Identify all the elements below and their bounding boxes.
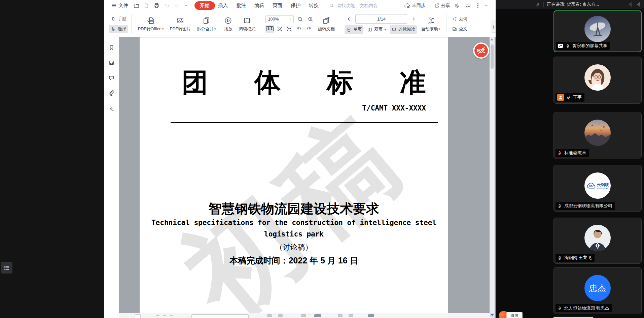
- previous-page-button[interactable]: [345, 15, 353, 23]
- redo-button[interactable]: [174, 0, 180, 11]
- open-file-button[interactable]: [133, 0, 140, 11]
- participant-tile[interactable]: 标准委陈卓: [553, 112, 642, 159]
- zoom-in-button[interactable]: [306, 15, 315, 23]
- logo-subtext: YUNGANGLIAN: [597, 188, 608, 189]
- participant-name-bar: 淘钢网 王龙飞: [556, 254, 595, 262]
- participant-tile-screen-share[interactable]: 贺宗春的屏幕共享: [553, 10, 642, 52]
- save-button[interactable]: [143, 0, 149, 11]
- participant-name: 贺宗春的屏幕共享: [572, 43, 607, 49]
- comment-bubble-icon: [465, 3, 471, 9]
- heading-char: 标: [327, 65, 353, 100]
- header-rule: [171, 122, 438, 123]
- toolbar-fragment: [156, 315, 159, 316]
- participant-name: 北方恒达物流园 韩忠杰: [564, 305, 609, 311]
- auto-scroll-label: 自动滚动: [421, 26, 438, 32]
- participant-tile[interactable]: 王宇: [553, 57, 642, 104]
- toolbar-fragment: [338, 314, 343, 317]
- signature-pen-icon[interactable]: [108, 105, 115, 112]
- snapshot-image-icon[interactable]: [108, 60, 115, 66]
- comment-panel-icon[interactable]: [108, 75, 115, 81]
- participant-name-bar: 成都云钢联物流有限公司: [556, 202, 615, 210]
- toolbar-fragment: [278, 314, 283, 317]
- tab-page[interactable]: 页面: [273, 0, 282, 11]
- collapse-toolbar-button[interactable]: [484, 0, 489, 11]
- word-translate-button[interactable]: a 划词: [450, 15, 480, 23]
- continuous-read-button[interactable]: 连续阅读: [390, 25, 417, 34]
- page-indicator-input[interactable]: [355, 14, 407, 24]
- single-page-button[interactable]: 单页: [345, 25, 363, 34]
- dropdown-caret: ▾: [438, 27, 440, 31]
- draft-note: （讨论稿）: [140, 242, 448, 252]
- more-menu-button[interactable]: ⋮: [475, 0, 480, 11]
- tab-insert[interactable]: 插入: [218, 0, 228, 11]
- rotate-document-button[interactable]: 旋转文档: [315, 16, 337, 32]
- scroll-down-arrow[interactable]: [490, 313, 494, 317]
- tab-edit[interactable]: 编辑: [254, 0, 264, 11]
- toolbar-fragment: [314, 314, 321, 317]
- participant-tile[interactable]: 淘钢网 王龙飞: [553, 218, 642, 264]
- translate-toggle-badge[interactable]: E文: [473, 42, 489, 59]
- select-tool-button[interactable]: 选择: [109, 25, 128, 33]
- pdf-to-office-button[interactable]: W PDF转Office▾: [135, 16, 167, 32]
- split-merge-button[interactable]: 拆分合并▾: [194, 16, 219, 32]
- toolbar-expander-button[interactable]: ❯: [491, 21, 496, 33]
- rotate-right-button[interactable]: [305, 25, 313, 33]
- tab-protect[interactable]: 保护: [291, 0, 300, 11]
- mic-on-icon: [557, 306, 562, 311]
- scroll-up-arrow[interactable]: [491, 38, 493, 40]
- share-button[interactable]: 分享: [434, 0, 450, 11]
- zoom-level-select[interactable]: 100% ⌄: [265, 15, 294, 23]
- list-icon: [3, 264, 10, 271]
- full-translate-button[interactable]: a 全文: [450, 25, 480, 33]
- tab-annotate[interactable]: 批注: [236, 0, 246, 11]
- toolbar-fragment: [368, 314, 374, 317]
- fit-width-button[interactable]: [285, 25, 293, 33]
- undo-button[interactable]: [164, 0, 170, 11]
- sync-status-label: 未同步: [412, 3, 426, 9]
- mic-muted-icon: [557, 203, 562, 209]
- actual-size-button[interactable]: 1:1: [265, 25, 274, 33]
- hand-tool-button[interactable]: 手型: [109, 15, 128, 23]
- auto-scroll-button[interactable]: 自动滚动▾: [418, 16, 443, 32]
- search-input[interactable]: [336, 3, 391, 8]
- settings-button[interactable]: [454, 0, 460, 11]
- wechat-taskbar-label[interactable]: 微信: [506, 312, 523, 318]
- banner-muted-mic-icon: [535, 2, 540, 7]
- scrollbar-thumb[interactable]: [491, 44, 494, 69]
- play-button[interactable]: 播放: [221, 16, 236, 32]
- wps-pdf-window: 文件 开始 插入 批注 编辑 页面: [104, 0, 496, 318]
- tab-home[interactable]: 开始: [194, 1, 215, 10]
- tab-convert[interactable]: 转换: [309, 0, 319, 11]
- search-box[interactable]: [329, 2, 395, 9]
- bookmark-icon[interactable]: [108, 44, 115, 51]
- share-label: 分享: [441, 3, 450, 9]
- rotate-left-button[interactable]: [295, 25, 303, 33]
- toolbar-fragment: [349, 314, 353, 317]
- screen: 文件 开始 插入 批注 编辑 页面: [0, 0, 644, 318]
- double-page-button[interactable]: 双页▾: [365, 25, 388, 34]
- participant-name: 王宇: [573, 94, 582, 100]
- chevron-down-icon: [184, 3, 188, 8]
- fit-page-button[interactable]: [275, 25, 284, 33]
- participant-name-bar: 标准委陈卓: [556, 149, 589, 157]
- paperclip-icon[interactable]: [108, 90, 115, 96]
- vertical-scrollbar[interactable]: [490, 37, 495, 318]
- next-page-button[interactable]: [409, 15, 418, 23]
- folder-open-icon: [133, 2, 140, 9]
- participant-tile[interactable]: GD 云钢联 YUNGANGLIAN 成都云钢联物流有限公司: [553, 165, 642, 212]
- file-menu-button[interactable]: 文件: [111, 0, 128, 11]
- print-button[interactable]: [153, 0, 160, 11]
- zoom-out-button[interactable]: [296, 15, 304, 23]
- toolbar-divider: [446, 14, 447, 33]
- tab-insert-label: 插入: [218, 2, 228, 9]
- mic-muted-icon: [566, 95, 571, 100]
- feedback-button[interactable]: [465, 0, 471, 11]
- pdf-to-image-label: PDF转图片: [170, 26, 191, 32]
- more-commands-button[interactable]: [184, 0, 188, 11]
- cloud-sync-icon: [404, 2, 410, 9]
- sidebar-toggle-button[interactable]: [1, 262, 12, 274]
- sync-status-button[interactable]: 未同步: [404, 0, 426, 11]
- participant-tile[interactable]: 忠杰 北方恒达物流园 韩忠杰: [553, 267, 642, 314]
- read-mode-button[interactable]: 阅读模式: [236, 16, 258, 32]
- pdf-to-image-button[interactable]: PDF转图片: [167, 16, 194, 32]
